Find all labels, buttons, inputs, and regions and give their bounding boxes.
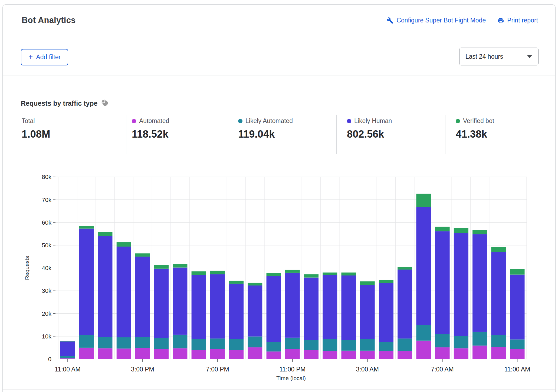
add-filter-button[interactable]: + Add filter (21, 49, 68, 65)
section-title: Requests by traffic type (21, 99, 97, 107)
likely-human-legend-dot (347, 119, 351, 123)
header-links: Configure Super Bot Fight Mode Print rep… (386, 17, 538, 24)
stat-likely-human: Likely Human 802.56k (347, 117, 392, 140)
stat-verified-bot: Verified bot 41.38k (456, 117, 494, 140)
stat-total: Total 1.08M (22, 117, 50, 140)
bot-analytics-page: Bot Analytics Configure Super Bot Fight … (0, 0, 558, 392)
stat-value: 119.04k (238, 128, 293, 140)
chevron-down-icon (527, 55, 532, 58)
stat-value: 41.38k (456, 128, 494, 140)
print-report-link[interactable]: Print report (497, 17, 538, 24)
time-range-value: Last 24 hours (465, 53, 503, 60)
print-link-label: Print report (507, 17, 538, 24)
automated-legend-dot (132, 119, 136, 123)
wrench-icon (386, 17, 393, 24)
page-title: Bot Analytics (22, 15, 76, 25)
stat-automated: Automated 118.52k (132, 117, 169, 140)
stat-label: Verified bot (463, 117, 494, 125)
stat-label: Likely Automated (245, 117, 293, 125)
printer-icon (497, 17, 504, 24)
stat-label: Total (22, 117, 35, 125)
configure-super-bot-fight-mode-link[interactable]: Configure Super Bot Fight Mode (386, 17, 486, 24)
stat-likely-automated: Likely Automated 119.04k (238, 117, 293, 140)
plus-icon: + (28, 53, 33, 61)
stat-divider (229, 115, 229, 154)
time-range-dropdown[interactable]: Last 24 hours (459, 48, 539, 65)
verified-bot-legend-dot (456, 119, 460, 123)
stat-value: 118.52k (132, 128, 169, 140)
stat-value: 802.56k (347, 128, 392, 140)
pie-chart-icon (101, 99, 109, 108)
likely-automated-legend-dot (238, 119, 242, 123)
stat-divider (445, 115, 445, 154)
stat-value: 1.08M (22, 128, 50, 140)
stat-divider (126, 115, 126, 154)
configure-link-label: Configure Super Bot Fight Mode (396, 17, 486, 24)
stat-divider (336, 115, 337, 154)
header-divider (3, 75, 555, 75)
stat-label: Likely Human (354, 117, 392, 125)
section-bottom-divider (2, 390, 556, 390)
stat-label: Automated (139, 117, 169, 125)
add-filter-label: Add filter (36, 54, 61, 61)
